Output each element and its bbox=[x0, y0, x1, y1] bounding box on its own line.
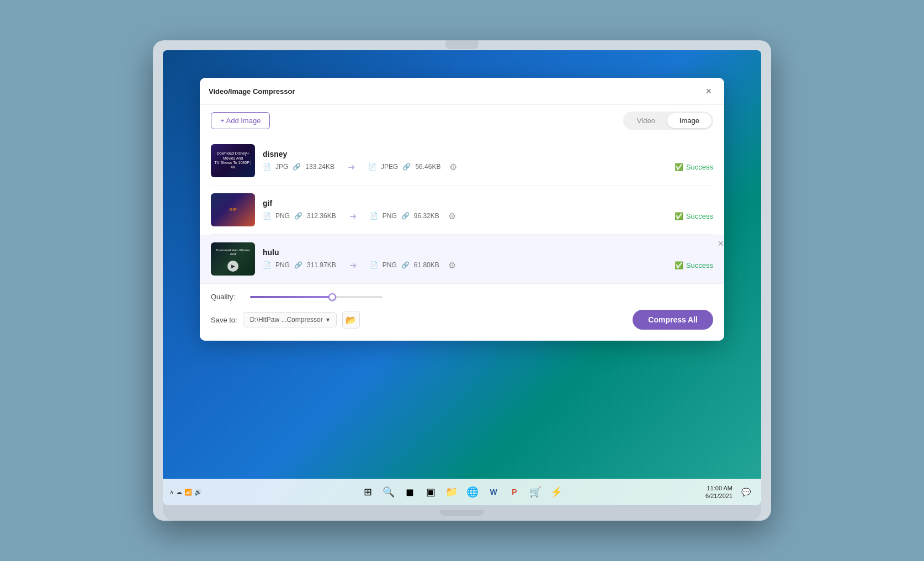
laptop-screen: Video/Image Compressor ✕ + Add Image Vid… bbox=[163, 50, 761, 505]
taskbar-right: 11:00 AM 6/21/2021 💬 bbox=[705, 483, 755, 501]
thumbnail-hulu: Download Hulu Movies And ▶ bbox=[211, 242, 255, 276]
success-badge-disney: ✅ Success bbox=[675, 163, 713, 171]
taskbar-center: ⊞ 🔍 ◼ ▣ 📁 🌐 W P 🛒 ⚡ bbox=[359, 483, 565, 501]
file-icon-out: 📄 bbox=[368, 163, 376, 171]
folder-icon: 📂 bbox=[346, 315, 357, 325]
laptop-frame: Video/Image Compressor ✕ + Add Image Vid… bbox=[153, 40, 771, 521]
save-left: Save to: D:\HitPaw ...Compressor ▾ 📂 bbox=[211, 311, 360, 329]
laptop-camera bbox=[445, 40, 479, 49]
laptop-base bbox=[163, 505, 761, 521]
arrow-icon-gif: ➜ bbox=[349, 211, 357, 221]
quality-fill bbox=[250, 296, 332, 298]
arrow-icon-hulu: ➜ bbox=[349, 260, 357, 271]
tab-group: Video Image bbox=[623, 112, 713, 130]
file-output-disney: 📄 JPEG 🔗 56.46KB ⚙ bbox=[368, 162, 457, 172]
powerpoint-icon[interactable]: P bbox=[506, 483, 523, 501]
success-badge-hulu: ✅ Success bbox=[675, 261, 713, 269]
bottom-controls: Quality: Save to: D:\HitPaw ...Compresso… bbox=[200, 284, 724, 341]
check-icon-gif: ✅ bbox=[675, 212, 683, 220]
thumbnail-gif: GIF bbox=[211, 193, 255, 226]
window-titlebar: Video/Image Compressor ✕ bbox=[200, 78, 724, 105]
word-icon[interactable]: W bbox=[485, 483, 502, 501]
system-tray-chevron[interactable]: ∧ bbox=[169, 489, 174, 496]
volume-icon[interactable]: 🔊 bbox=[194, 489, 202, 496]
quality-row: Quality: bbox=[211, 293, 713, 301]
file-meta-gif: 📄 PNG 🔗 312.36KB bbox=[263, 212, 336, 220]
file-info-disney: disney 📄 JPG 🔗 133.24KB ➜ bbox=[263, 150, 713, 172]
steam-icon[interactable]: ⚡ bbox=[548, 483, 565, 501]
save-path-dropdown[interactable]: D:\HitPaw ...Compressor ▾ bbox=[243, 312, 337, 327]
file-icon: 📄 bbox=[263, 163, 271, 171]
taskbar-left: ∧ ☁ 📶 🔊 bbox=[169, 489, 202, 496]
close-item-hulu[interactable]: ✕ bbox=[718, 239, 724, 248]
play-button-hulu[interactable]: ▶ bbox=[227, 261, 238, 272]
file-name-hulu: hulu bbox=[263, 248, 713, 257]
desktop-background: Video/Image Compressor ✕ + Add Image Vid… bbox=[163, 50, 761, 505]
file-icon-out-gif: 📄 bbox=[370, 212, 378, 220]
browser-icon[interactable]: 🌐 bbox=[464, 483, 481, 501]
save-row: Save to: D:\HitPaw ...Compressor ▾ 📂 Com… bbox=[211, 310, 713, 330]
file-list: Download Disney+Movies AndTV Shows To 10… bbox=[200, 136, 724, 284]
size-icon-out-hulu: 🔗 bbox=[401, 261, 410, 269]
explorer-icon[interactable]: 📁 bbox=[443, 483, 460, 501]
open-folder-button[interactable]: 📂 bbox=[342, 311, 360, 329]
taskbar-clock: 11:00 AM 6/21/2021 bbox=[705, 484, 732, 500]
quality-slider[interactable] bbox=[250, 296, 383, 298]
file-item-gif: GIF gif 📄 PNG 🔗 312.36KB bbox=[211, 186, 713, 235]
taskbar: ∧ ☁ 📶 🔊 ⊞ 🔍 ◼ ▣ 📁 🌐 W P 🛒 ⚡ bbox=[163, 479, 761, 505]
file-item-hulu: ✕ Download Hulu Movies And ▶ hulu � bbox=[200, 235, 724, 284]
file-info-hulu: hulu 📄 PNG 🔗 311.97KB ➜ 📄 bbox=[263, 248, 713, 271]
settings-icon-hulu[interactable]: ⚙ bbox=[448, 260, 456, 271]
size-icon-out-gif: 🔗 bbox=[401, 212, 410, 220]
compress-all-button[interactable]: Compress All bbox=[633, 310, 713, 330]
arrow-icon: ➜ bbox=[348, 162, 355, 172]
check-icon-hulu: ✅ bbox=[675, 261, 683, 269]
success-badge-gif: ✅ Success bbox=[675, 212, 713, 220]
window-title: Video/Image Compressor bbox=[209, 87, 295, 96]
app-window: Video/Image Compressor ✕ + Add Image Vid… bbox=[200, 78, 724, 341]
size-icon-gif: 🔗 bbox=[294, 212, 302, 220]
file-name-gif: gif bbox=[263, 199, 713, 208]
file-info-gif: gif 📄 PNG 🔗 312.36KB ➜ 📄 bbox=[263, 199, 713, 221]
size-icon: 🔗 bbox=[293, 163, 301, 171]
notification-icon[interactable]: 💬 bbox=[737, 483, 755, 501]
file-item-disney: Download Disney+Movies AndTV Shows To 10… bbox=[211, 136, 713, 186]
file-icon-hulu: 📄 bbox=[263, 261, 271, 269]
file-meta-disney: 📄 JPG 🔗 133.24KB bbox=[263, 163, 334, 171]
tab-image[interactable]: Image bbox=[667, 113, 711, 128]
toolbar: + Add Image Video Image bbox=[200, 105, 724, 136]
size-icon-hulu: 🔗 bbox=[294, 261, 302, 269]
file-meta-hulu: 📄 PNG 🔗 311.97KB bbox=[263, 261, 336, 269]
store-icon[interactable]: 🛒 bbox=[527, 483, 544, 501]
settings-icon-gif[interactable]: ⚙ bbox=[448, 211, 456, 221]
close-window-button[interactable]: ✕ bbox=[702, 84, 715, 98]
start-button[interactable]: ⊞ bbox=[359, 483, 376, 501]
add-image-button[interactable]: + Add Image bbox=[211, 112, 270, 129]
file-output-gif: 📄 PNG 🔗 96.32KB ⚙ bbox=[370, 211, 456, 221]
file-icon-out-hulu: 📄 bbox=[370, 261, 378, 269]
settings-icon-disney[interactable]: ⚙ bbox=[449, 162, 457, 172]
size-icon-out: 🔗 bbox=[402, 163, 411, 171]
file-icon-gif: 📄 bbox=[263, 212, 271, 220]
wifi-icon[interactable]: 📶 bbox=[184, 489, 192, 496]
search-button[interactable]: 🔍 bbox=[380, 483, 397, 501]
edge-icon[interactable]: ▣ bbox=[422, 483, 439, 501]
file-name-disney: disney bbox=[263, 150, 713, 158]
task-view-button[interactable]: ◼ bbox=[401, 483, 418, 501]
quality-label: Quality: bbox=[211, 293, 241, 301]
laptop-notch bbox=[440, 510, 484, 516]
save-label: Save to: bbox=[211, 316, 237, 324]
cloud-icon[interactable]: ☁ bbox=[176, 489, 182, 496]
check-icon-disney: ✅ bbox=[675, 163, 683, 171]
tab-video[interactable]: Video bbox=[625, 113, 667, 128]
file-output-hulu: 📄 PNG 🔗 61.80KB ⚙ bbox=[370, 260, 456, 271]
thumbnail-disney: Download Disney+Movies AndTV Shows To 10… bbox=[211, 144, 255, 177]
quality-thumb bbox=[328, 293, 336, 301]
